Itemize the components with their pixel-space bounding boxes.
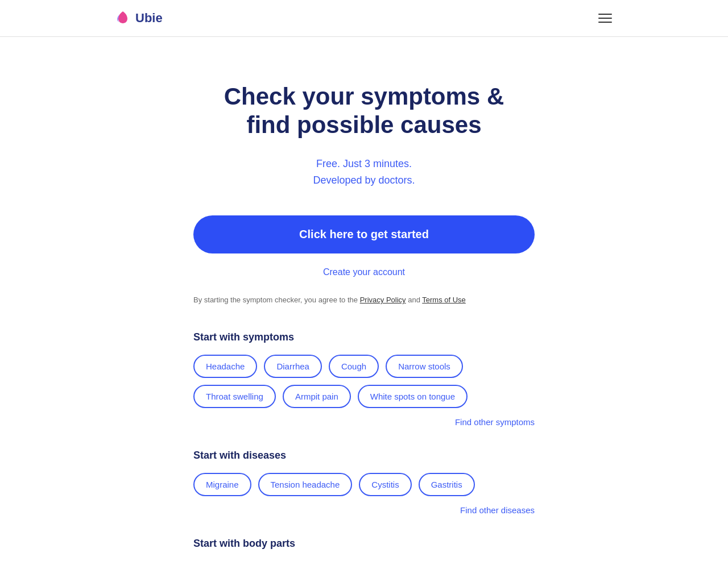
symptom-tag-armpit-pain[interactable]: Armpit pain <box>283 385 351 408</box>
symptom-tag-narrow-stools[interactable]: Narrow stools <box>386 355 463 378</box>
find-other-symptoms-link[interactable]: Find other symptoms <box>193 417 535 427</box>
header: Ubie <box>0 0 728 37</box>
hamburger-line-3 <box>598 22 612 23</box>
disease-tag-cystitis[interactable]: Cystitis <box>359 473 411 496</box>
main-content: Check your symptoms & find possible caus… <box>182 37 546 582</box>
hero-subtitle-line2: Developed by doctors. <box>313 174 415 186</box>
hero-subtitle-line1: Free. Just 3 minutes. <box>316 158 412 169</box>
terms-of-use-link[interactable]: Terms of Use <box>422 296 466 304</box>
disease-tag-migraine[interactable]: Migraine <box>193 473 251 496</box>
find-other-diseases-link[interactable]: Find other diseases <box>193 505 535 515</box>
body-parts-section: Start with body parts <box>193 538 535 550</box>
symptoms-tags: Headache Diarrhea Cough Narrow stools Th… <box>193 355 535 408</box>
create-account-link[interactable]: Create your account <box>193 267 535 277</box>
cta-button[interactable]: Click here to get started <box>193 215 535 253</box>
logo[interactable]: Ubie <box>114 9 163 27</box>
hamburger-line-1 <box>598 14 612 15</box>
terms-prefix: By starting the symptom checker, you agr… <box>193 296 360 304</box>
diseases-tags: Migraine Tension headache Cystitis Gastr… <box>193 473 535 496</box>
terms-and: and <box>406 296 423 304</box>
hamburger-menu-button[interactable] <box>596 11 614 25</box>
logo-text: Ubie <box>135 11 163 26</box>
hamburger-line-2 <box>598 18 612 19</box>
diseases-section-title: Start with diseases <box>193 450 535 462</box>
symptom-tag-headache[interactable]: Headache <box>193 355 257 378</box>
symptom-tag-throat-swelling[interactable]: Throat swelling <box>193 385 276 408</box>
hero-title: Check your symptoms & find possible caus… <box>193 82 535 140</box>
hero-subtitle: Free. Just 3 minutes. Developed by docto… <box>193 156 535 189</box>
terms-text: By starting the symptom checker, you agr… <box>193 296 535 304</box>
privacy-policy-link[interactable]: Privacy Policy <box>360 296 406 304</box>
symptom-tag-cough[interactable]: Cough <box>329 355 379 378</box>
symptom-tag-diarrhea[interactable]: Diarrhea <box>264 355 322 378</box>
logo-icon <box>114 9 132 27</box>
hero-title-line1: Check your symptoms & <box>224 83 504 110</box>
symptoms-section: Start with symptoms Headache Diarrhea Co… <box>193 331 535 427</box>
hero-title-line2: find possible causes <box>246 111 481 138</box>
disease-tag-gastritis[interactable]: Gastritis <box>419 473 475 496</box>
diseases-section: Start with diseases Migraine Tension hea… <box>193 450 535 515</box>
symptoms-section-title: Start with symptoms <box>193 331 535 343</box>
body-parts-section-title: Start with body parts <box>193 538 535 550</box>
disease-tag-tension-headache[interactable]: Tension headache <box>258 473 353 496</box>
symptom-tag-white-spots-on-tongue[interactable]: White spots on tongue <box>358 385 468 408</box>
